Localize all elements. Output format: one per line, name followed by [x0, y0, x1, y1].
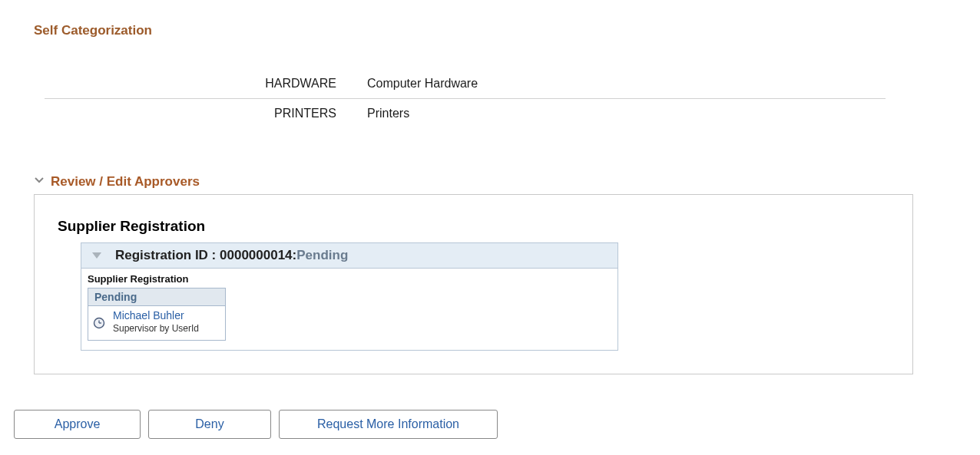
registration-sub-label: Supplier Registration [81, 269, 617, 288]
registration-status: Pending [296, 248, 348, 262]
registration-box: Registration ID : 0000000014:Pending Sup… [81, 242, 618, 351]
approver-name-link[interactable]: Michael Buhler [113, 309, 184, 321]
approver-role: Supervisor by UserId [113, 323, 199, 334]
registration-header[interactable]: Registration ID : 0000000014:Pending [81, 243, 617, 269]
approvers-panel: Supplier Registration Registration ID : … [34, 194, 913, 374]
registration-id-label: Registration ID : 0000000014:Pending [115, 248, 348, 263]
clock-icon [93, 317, 105, 331]
categorization-table: HARDWARE Computer Hardware PRINTERS Prin… [45, 69, 886, 128]
review-edit-approvers-toggle[interactable]: Review / Edit Approvers [34, 174, 965, 190]
category-desc: Computer Hardware [367, 77, 886, 91]
registration-id-value: 0000000014 [220, 248, 293, 262]
table-row: PRINTERS Printers [45, 99, 886, 128]
self-categorization-title: Self Categorization [34, 23, 965, 38]
table-row: HARDWARE Computer Hardware [45, 69, 886, 99]
chevron-down-icon [34, 175, 45, 189]
approvers-header-label: Review / Edit Approvers [51, 174, 200, 190]
action-buttons-row: Approve Deny Request More Information [14, 410, 965, 439]
approve-button[interactable]: Approve [14, 410, 141, 439]
supplier-registration-title: Supplier Registration [58, 218, 889, 235]
approver-card-status: Pending [88, 288, 225, 306]
approver-card: Pending Michael Buhler Supervisor by Use… [88, 288, 226, 341]
registration-id-prefix: Registration ID : [115, 248, 220, 262]
request-more-info-button[interactable]: Request More Information [279, 410, 498, 439]
category-code: HARDWARE [45, 77, 367, 91]
triangle-down-icon [92, 252, 101, 259]
category-desc: Printers [367, 107, 886, 120]
deny-button[interactable]: Deny [148, 410, 271, 439]
category-code: PRINTERS [45, 107, 367, 120]
